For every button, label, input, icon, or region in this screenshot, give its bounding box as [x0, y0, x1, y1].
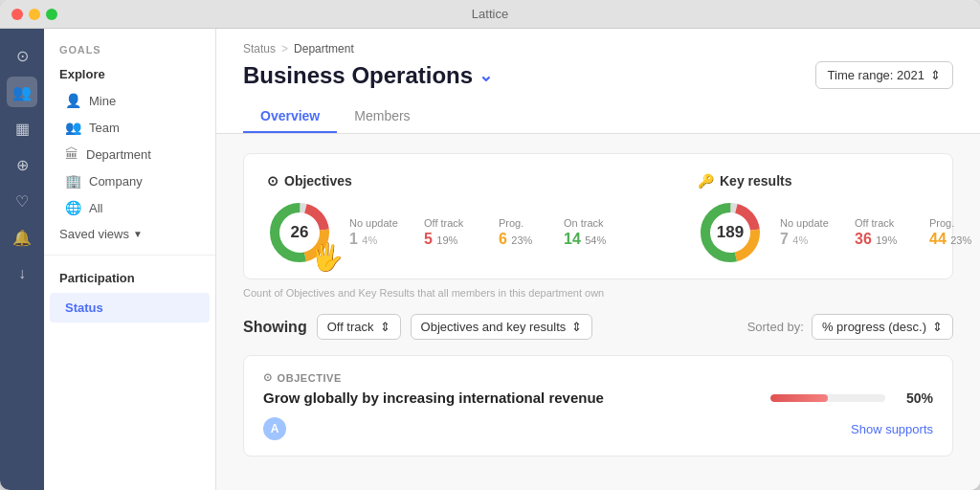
sidebar-item-label-dept: Department [86, 147, 151, 162]
objective-type-icon: ⊙ [263, 371, 273, 384]
time-range-button[interactable]: Time range: 2021 ⇕ [815, 61, 953, 89]
sidebar-item-all[interactable]: 🌐 All [50, 194, 210, 221]
title-dropdown-arrow[interactable]: ⌄ [479, 65, 493, 86]
page-title: Business Operations ⌄ [243, 62, 493, 89]
breadcrumb-sep: > [281, 42, 288, 56]
nav-heart[interactable]: ♡ [7, 186, 37, 216]
main-content: ⊙ Objectives [216, 134, 980, 476]
sidebar-explore-label: Explore [44, 63, 215, 87]
left-nav: ⊙ 👥 ▦ ⊕ ♡ 🔔 ↓ [0, 29, 44, 490]
objectives-title: ⊙ Objectives [267, 173, 621, 189]
kr-no-update-label: No update [780, 217, 837, 229]
progress-bar-fill [770, 394, 828, 402]
sidebar-item-label-all: All [89, 201, 102, 215]
time-range-arrow: ⇕ [930, 68, 941, 82]
sidebar: GOALS Explore 👤 Mine 👥 Team 🏛 Department… [44, 29, 216, 490]
stats-card: ⊙ Objectives [243, 153, 953, 279]
showing-row: Showing Off track ⇕ Objectives and key r… [243, 314, 953, 340]
nav-bell[interactable]: 🔔 [7, 222, 37, 253]
minimize-dot[interactable] [29, 9, 40, 20]
dept-icon: 🏛 [65, 146, 78, 162]
nav-chart[interactable]: ▦ [7, 113, 37, 144]
sort-option-label: % progress (desc.) [822, 320, 926, 334]
titlebar: Lattice [0, 0, 980, 29]
sort-dropdown[interactable]: % progress (desc.) ⇕ [812, 314, 953, 340]
objective-type: ⊙ OBJECTIVE [263, 371, 933, 384]
team-icon: 👥 [65, 120, 81, 135]
app-body: ⊙ 👥 ▦ ⊕ ♡ 🔔 ↓ GOALS Explore 👤 Mine 👥 Tea… [0, 29, 980, 490]
saved-views-link[interactable]: Saved views ▼ [44, 221, 215, 247]
stat-note: Count of Objectives and Key Results that… [243, 287, 953, 299]
objective-footer: A Show supports [263, 417, 933, 440]
objectives-stats: No update Off track Prog. On track 1 4% [349, 217, 621, 248]
filter-off-track-label: Off track [327, 320, 374, 334]
company-icon: 🏢 [65, 173, 81, 189]
filter-off-track[interactable]: Off track ⇕ [317, 314, 401, 340]
saved-views-arrow: ▼ [133, 229, 143, 239]
kr-off-track-label: Off track [855, 217, 912, 229]
sidebar-section-label: GOALS [44, 44, 215, 63]
tab-overview[interactable]: Overview [243, 100, 337, 133]
obj-on-track-val: 14 54% [564, 231, 621, 248]
breadcrumb-current: Department [294, 42, 354, 56]
kr-off-track-val: 36 19% [855, 231, 912, 248]
objectives-stat-values: 1 4% 5 19% 6 23% [349, 231, 621, 248]
objectives-total: 26 [291, 223, 309, 242]
page-title-text: Business Operations [243, 62, 473, 89]
cursor-hand-icon: 🖐 [310, 241, 344, 273]
obj-prog-val: 6 23% [499, 231, 546, 248]
sidebar-item-label-team: Team [89, 121, 120, 135]
sidebar-item-department[interactable]: 🏛 Department [50, 141, 210, 167]
sidebar-item-company[interactable]: 🏢 Company [50, 167, 210, 194]
obj-no-update-label: No update [349, 217, 407, 229]
close-dot[interactable] [11, 9, 23, 20]
obj-no-update-val: 1 4% [349, 231, 407, 248]
main-header: Status > Department Business Operations … [216, 29, 980, 134]
key-results-section: 🔑 Key results 189 [698, 173, 980, 265]
kr-prog-label: Prog. [929, 217, 977, 229]
nav-goals[interactable]: 👥 [7, 77, 37, 107]
tab-members[interactable]: Members [337, 100, 427, 133]
show-supports-button[interactable]: Show supports [851, 422, 933, 436]
sidebar-status-link[interactable]: Status [50, 293, 210, 323]
objective-card: ⊙ OBJECTIVE Grow globally by increasing … [243, 355, 953, 457]
obj-prog-label: Prog. [499, 217, 546, 229]
obj-off-track-label: Off track [424, 217, 481, 229]
breadcrumb-parent: Status [243, 42, 276, 56]
avatar: A [263, 417, 286, 440]
progress-wrap: 50% [770, 390, 933, 406]
objectives-section: ⊙ Objectives [267, 173, 621, 265]
nav-home[interactable]: ⊙ [7, 40, 37, 71]
objective-row: Grow globally by increasing internationa… [263, 390, 933, 406]
time-range-label: Time range: 2021 [828, 68, 924, 82]
all-icon: 🌐 [65, 200, 81, 215]
progress-pct: 50% [895, 390, 933, 406]
kr-stat-labels: No update Off track Prog. On track [780, 217, 980, 229]
breadcrumb: Status > Department [243, 42, 953, 56]
objective-type-label: OBJECTIVE [278, 372, 342, 384]
filter2-arrow: ⇕ [571, 320, 582, 334]
obj-on-track-label: On track [564, 217, 621, 229]
kr-no-update-val: 7 4% [780, 231, 837, 248]
sort-arrow: ⇕ [932, 320, 943, 334]
app-title: Lattice [472, 7, 508, 21]
app-window: Lattice ⊙ 👥 ▦ ⊕ ♡ 🔔 ↓ GOALS Explore 👤 Mi… [0, 0, 980, 490]
objectives-content: 26 🖐 No update Off track Prog. On track [267, 200, 621, 265]
maximize-dot[interactable] [46, 9, 57, 20]
nav-settings[interactable]: ⊕ [7, 149, 37, 180]
header-row: Business Operations ⌄ Time range: 2021 ⇕ [243, 61, 953, 89]
key-results-title: 🔑 Key results [698, 173, 980, 189]
filter-obj-key-results-label: Objectives and key results [421, 320, 567, 334]
sidebar-divider [44, 255, 215, 256]
sidebar-item-label-mine: Mine [89, 94, 116, 108]
sorted-by-wrap: Sorted by: % progress (desc.) ⇕ [747, 314, 953, 340]
sidebar-item-team[interactable]: 👥 Team [50, 114, 210, 141]
obj-off-track-val: 5 19% [424, 231, 481, 248]
filter-obj-key-results[interactable]: Objectives and key results ⇕ [411, 314, 593, 340]
showing-label: Showing [243, 319, 307, 336]
sidebar-item-mine[interactable]: 👤 Mine [50, 87, 210, 114]
main-area: Status > Department Business Operations … [216, 29, 980, 490]
sidebar-participation-link[interactable]: Participation [44, 263, 215, 293]
nav-download[interactable]: ↓ [7, 258, 37, 289]
objectives-stat-labels: No update Off track Prog. On track [349, 217, 621, 229]
